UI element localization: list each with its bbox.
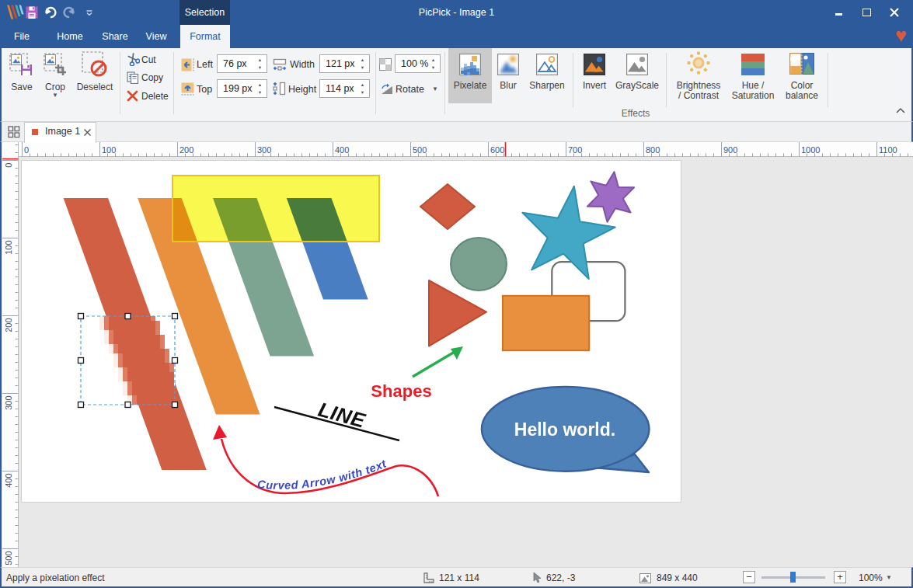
svg-text:300: 300 [257,145,271,155]
svg-text:600: 600 [490,145,504,155]
svg-text:1100: 1100 [879,145,897,155]
svg-text:900: 900 [723,145,737,155]
svg-text:1000: 1000 [801,145,820,155]
svg-text:100: 100 [102,145,116,155]
svg-text:200: 200 [4,318,13,332]
svg-text:500: 500 [4,551,13,565]
svg-text:0: 0 [4,163,13,168]
svg-text:300: 300 [4,396,13,410]
svg-text:800: 800 [646,145,660,155]
svg-text:200: 200 [179,145,193,155]
svg-text:Hello world.: Hello world. [514,419,615,440]
svg-text:500: 500 [413,145,427,155]
svg-text:700: 700 [568,145,582,155]
svg-text:400: 400 [335,145,349,155]
svg-text:100: 100 [4,241,13,255]
svg-text:0: 0 [24,145,29,155]
svg-text:Shapes: Shapes [371,381,431,401]
svg-text:400: 400 [4,474,13,488]
